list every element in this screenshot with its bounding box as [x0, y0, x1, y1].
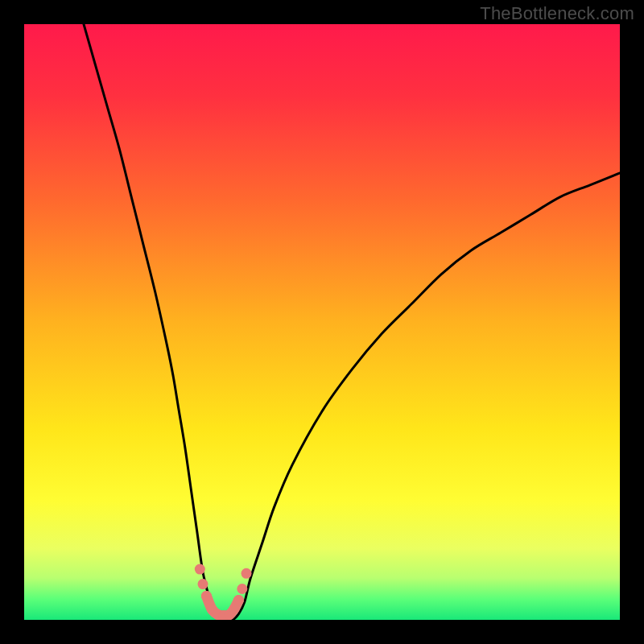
highlight-dot	[195, 564, 205, 575]
chart-frame: TheBottleneck.com	[0, 0, 644, 644]
gradient-background	[24, 24, 620, 620]
watermark-text: TheBottleneck.com	[480, 3, 634, 24]
chart-plot-area	[24, 24, 620, 620]
highlight-dot	[242, 568, 252, 579]
chart-svg	[24, 24, 620, 620]
highlight-dot	[237, 584, 247, 594]
highlight-dot	[198, 579, 208, 589]
highlight-dot	[201, 591, 212, 601]
highlight-dot	[233, 595, 244, 605]
